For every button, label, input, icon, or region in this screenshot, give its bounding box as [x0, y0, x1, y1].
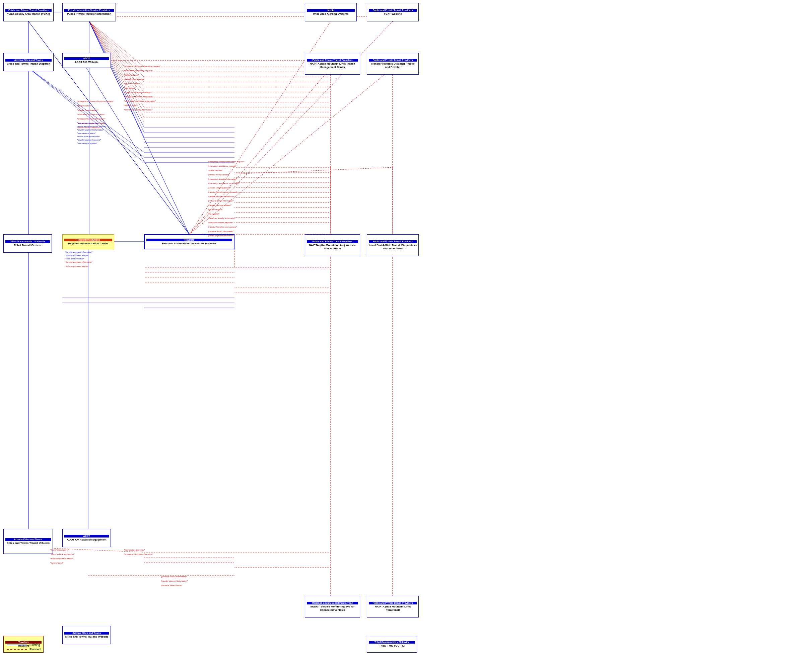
legend-planned-label: Planned [29, 648, 40, 651]
naipta-tmc-title: NAIPTA (dba Mountain Line) Transit Manag… [307, 62, 358, 69]
flow-label-right-5: *emergency traveler information* [208, 178, 237, 180]
media-category: Media [307, 9, 355, 12]
flow-label-pay-2: *transit information user request* [77, 126, 106, 128]
ycat-category: Public and Private Transit Providers [5, 9, 51, 12]
flow-label-1: *emergency traveler information request* [124, 65, 160, 67]
legend-existing: Existing [7, 643, 40, 647]
flow-label-right-3: *shelter request* [208, 169, 223, 171]
az-cities-tic-title: Cities and Towns TIC and Website [65, 635, 109, 639]
payment-admin-category: Financial Institutions [64, 239, 112, 241]
travelers-device-category: Travelers [146, 239, 232, 241]
flow-label-right-17: *personal transit information* [208, 230, 234, 232]
az-cities-tic-node: Arizona Cities and Towns Cities and Town… [62, 626, 111, 644]
flow-label-16: *broadcast traveler information* [77, 118, 105, 120]
flow-label-right-18: *private payment information* [208, 235, 234, 236]
adot-511-category: ADOT [64, 57, 109, 60]
az-cities-dispatch-node: Arizona Cities and Towns Cities and Town… [3, 53, 54, 71]
naipta-tmc-category: Public and Private Transit Providers [307, 59, 358, 62]
ycat-website-title: YCAT Website [384, 13, 402, 16]
flow-label-lower-8: *traveler payment information* [161, 580, 188, 582]
connections-svg [0, 0, 812, 661]
adot-511-title: ADOT 511 Website [75, 61, 98, 64]
flow-label-pay-6: *traveler payment request* [77, 139, 101, 141]
naipta-paratransit-node: Public and Private Transit Providers NAI… [367, 596, 419, 618]
flow-label-pay-1: *actuate secure payment* [77, 122, 100, 124]
local-dial-ride-category: Public and Private Transit Providers [369, 240, 417, 243]
media-node: Media Wide Area Alerting Systems [305, 3, 357, 21]
svg-line-63 [234, 167, 392, 174]
adot-cv-node: ADOT ADOT CV Roadside Equipment [62, 529, 111, 547]
flow-label-lower-5: *intersection geometry* [124, 549, 145, 551]
flow-label-10: *traveler alert* [124, 104, 137, 107]
flow-label-13: *shelter request* [77, 105, 92, 107]
private-info-title: Public Private Traveler Information [67, 13, 111, 16]
naipta-paratransit-title: NAIPTA (dba Mountain Line) Paratransit [369, 605, 417, 612]
flow-label-pay-7: *user account request* [77, 142, 98, 144]
svg-line-23 [89, 21, 144, 117]
private-info-category: Private Information Service Providers [64, 9, 114, 12]
media-title: Wide Area Alerting Systems [313, 13, 348, 16]
flow-label-right-2: *evacuation assistance request* [208, 165, 236, 167]
naipta-website-category: Public and Private Transit Providers [307, 240, 358, 243]
flow-label-right-14: *broadcast traveler information* [208, 217, 236, 219]
flow-label-pay-3: *traveler payment information* [77, 129, 104, 131]
flow-label-right-6: *evacuation assistance information* [208, 182, 240, 184]
flow-label-padmin-4: *traveler payment information* [65, 261, 93, 263]
transit-dispatch-category: Public and Private Transit Providers [369, 59, 417, 62]
transit-dispatch-node: Public and Private Transit Providers Tra… [367, 53, 419, 75]
local-dial-ride-title: Local Dial-A-Ride Transit Dispatchers an… [369, 244, 417, 250]
ycat-node: Public and Private Transit Providers Yum… [3, 3, 54, 21]
tribal-transit-category: Tribal Governments - Statewide [5, 240, 50, 243]
naipta-website-title: NAIPTA (dba Mountain Line) Website and F… [307, 244, 358, 250]
flow-label-7: *broadcast traveler information* [124, 91, 152, 93]
az-cities-vehicles-title: Cities and Towns Transit Vehicles [7, 541, 50, 545]
flow-label-pay-4: *user account setup* [77, 132, 96, 134]
flow-label-right-8: *transit information user request* [208, 191, 237, 193]
flow-label-right-15: *interactive secure payment* [208, 222, 233, 224]
flow-label-11: *interactive traveler information* [124, 109, 152, 111]
az-cities-tic-category: Arizona Cities and Towns [64, 632, 109, 635]
svg-line-37 [89, 21, 144, 132]
legend: Existing Planned [7, 643, 40, 651]
az-cities-dispatch-title: Cities and Towns Transit Dispatch [7, 62, 50, 65]
flow-label-15: *evaluation assistance request* [77, 113, 105, 115]
flow-label-5: *trip confirmation* [124, 83, 140, 85]
tribal-toc-category: Tribal Governments - Statewide [369, 641, 415, 643]
az-cities-dispatch-category: Arizona Cities and Towns [5, 59, 51, 62]
adot-cv-title: ADOT CV Roadside Equipment [67, 538, 107, 541]
private-info-node: Private Information Service Providers Pu… [62, 3, 116, 21]
svg-line-15 [89, 21, 144, 77]
flow-label-right-10: *personal transit information* [208, 200, 234, 202]
flow-label-6: *trip request* [124, 87, 136, 89]
legend-planned: Planned [7, 648, 40, 651]
tribal-toc-title: Tribal TMC-TOC-TIC [379, 644, 405, 648]
flow-label-lower-9: *personal device status* [161, 584, 182, 586]
flow-label-14: *traveler routed update* [77, 109, 98, 111]
adot-511-node: ADOT ADOT 511 Website [62, 53, 111, 68]
payment-admin-title: Payment Administration Center [68, 242, 108, 245]
flow-label-lower-3: *traveler interface update* [50, 557, 74, 560]
az-cities-vehicles-category: Arizona Cities and Towns [5, 538, 51, 541]
flow-label-right-7: *actuate secure payment* [208, 187, 231, 189]
flow-label-right-4: *traveler routed update* [208, 174, 229, 176]
flow-label-lower-2: *transit vehicle information* [50, 553, 75, 555]
flow-label-4: *traveler routed update* [124, 78, 145, 80]
flow-label-8: *emergency traveler information* [124, 96, 153, 98]
flow-label-right-1: *emergency traveler information request* [208, 161, 244, 163]
tribal-transit-title: Tribal Transit Centers [14, 244, 42, 247]
ycat-website-category: Public and Private Transit Providers [369, 9, 417, 12]
flow-label-pay-5: *transit route information* [77, 136, 100, 137]
travelers-device-title: Personal Information Devices for Travele… [162, 242, 217, 245]
flow-label-9: *evacuation assistance information* [124, 100, 156, 102]
flow-label-right-9: *traveler payment information* [208, 195, 235, 198]
flow-label-padmin-2: *traveler payment request* [65, 254, 89, 256]
flow-label-right-12: *trip information* [208, 209, 223, 211]
flow-label-lower-6: *emergency traveler information* [124, 553, 153, 555]
ycat-website-node: Public and Private Transit Providers YCA… [367, 3, 419, 21]
mcdot-node: Maricopa County Department of Tran McDOT… [305, 596, 360, 618]
naipta-website-node: Public and Private Transit Providers NAI… [305, 234, 360, 256]
flow-label-lower-7: *personal transit information* [161, 576, 187, 578]
svg-line-24 [89, 21, 144, 122]
flow-label-right-11: *traveler payment request* [208, 204, 231, 206]
flow-label-3: *shelter request* [124, 74, 139, 76]
